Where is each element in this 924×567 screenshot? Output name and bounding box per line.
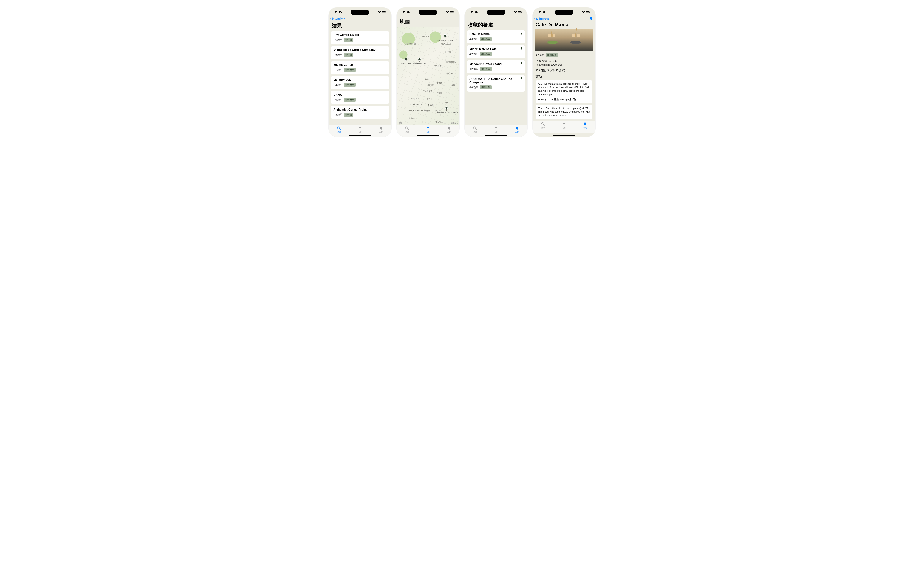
svg-rect-1: [382, 11, 385, 12]
saved-card[interactable]: Mandarin Coffee Stand4.2 顆星咖啡和茶: [467, 60, 525, 74]
detail-title: Cafe De Mama: [532, 22, 596, 29]
map-place-label: 弗農: [425, 78, 429, 81]
map-place-label: 林伍德: [428, 104, 434, 106]
result-name: Yeems Coffee: [333, 63, 387, 66]
status-time: 20:27: [335, 10, 342, 14]
chevron-left-icon: ‹: [330, 17, 332, 21]
dynamic-island: [487, 10, 505, 15]
home-indicator[interactable]: [349, 135, 371, 136]
result-card[interactable]: Alchemist Coffee Project4.3 顆星咖啡廳: [331, 106, 389, 119]
tab-label: 搜尋: [542, 127, 545, 129]
map-place-label: 亨廷顿帕克: [423, 90, 432, 92]
result-card[interactable]: Stereoscope Coffee Company4.3 顆星咖啡廳: [331, 46, 389, 59]
magnifying-glass-icon: [337, 126, 341, 130]
magnifying-glass-icon: [541, 122, 545, 126]
dynamic-island: [419, 10, 437, 15]
review-card[interactable]: "Cafe De Mama was a decent size store. I…: [536, 80, 592, 103]
review-card[interactable]: "Green Forest Mochi Latte (no espresso):…: [536, 105, 592, 119]
map-place-label: 萊克伍德: [435, 121, 443, 124]
result-name: Memorylook: [333, 78, 387, 81]
result-tag: 咖啡廳: [344, 52, 353, 57]
saved-rating: 4.6 顆星: [470, 38, 478, 41]
bookmark-icon[interactable]: [520, 63, 523, 66]
restaurant-photo[interactable]: [535, 29, 593, 51]
back-label: 收藏的餐廳: [536, 17, 550, 21]
saved-list[interactable]: Cafe De Mama4.6 顆星咖啡和茶Midori Matcha Cafe…: [465, 30, 527, 125]
bookmark-icon[interactable]: [520, 48, 523, 51]
tab-label: 地圖: [494, 131, 498, 134]
result-rating: 4.2 顆星: [333, 83, 342, 87]
result-tag: 咖啡和茶: [344, 82, 356, 87]
map-tab[interactable]: 地圖: [417, 125, 438, 135]
result-card[interactable]: Rny Coffee Studio4.5 顆星咖啡廳: [331, 31, 389, 44]
tab-label: 收藏: [583, 127, 586, 129]
phone-screen-map: 20:32 •••• 地圖 地圖 法律資訊 格兰岱尔格里斐斯公園南帕薩迪納阿罕布…: [397, 8, 459, 137]
saved-rating: 4.2 顆星: [470, 52, 478, 56]
result-card[interactable]: Memorylook4.2 顆星咖啡和茶: [331, 76, 389, 89]
cell-signal-icon: ••••: [374, 11, 377, 13]
result-rating: 4.3 顆星: [333, 53, 342, 57]
map-tab[interactable]: 地圖: [554, 121, 574, 130]
saved-card[interactable]: Midori Matcha Cafe4.2 顆星咖啡和茶: [467, 45, 525, 58]
map-pin[interactable]: Cafe De Mama: [404, 58, 407, 63]
status-indicators: ••••: [510, 11, 522, 13]
back-button[interactable]: ‹ 想去哪裡？: [330, 17, 346, 21]
result-rating: 4.7 顆星: [333, 68, 342, 72]
search-tab[interactable]: 搜尋: [328, 125, 350, 135]
saved-tab[interactable]: 收藏: [438, 125, 459, 135]
svg-point-12: [427, 127, 429, 128]
chevron-left-icon: ‹: [534, 17, 536, 21]
saved-rating: 4.2 顆星: [470, 68, 478, 71]
map-pin[interactable]: Midori Matcha Cafe: [418, 58, 421, 63]
map-tab[interactable]: 地圖: [350, 125, 370, 135]
back-button[interactable]: ‹ 收藏的餐廳: [534, 17, 550, 21]
phone-screen-results: 20:27 •••• ‹ 想去哪裡？ 結果 Rny Coffee Studio4…: [328, 8, 392, 137]
svg-rect-23: [590, 12, 590, 12]
map-pin-icon: [562, 122, 566, 126]
bookmark-icon[interactable]: [520, 33, 523, 36]
saved-card[interactable]: Cafe De Mama4.6 顆星咖啡和茶: [467, 30, 525, 44]
map-tab[interactable]: 地圖: [486, 125, 506, 135]
cell-signal-icon: ••••: [442, 11, 445, 13]
svg-line-11: [408, 129, 409, 130]
wifi-icon: [446, 11, 449, 13]
map-pin[interactable]: Mandarin Coffee Stand: [444, 34, 447, 39]
status-bar: 20:27 ••••: [328, 8, 392, 16]
result-card[interactable]: Yeems Coffee4.7 顆星咖啡和茶: [331, 61, 389, 74]
map-place-label: 蒙特里帕克: [447, 61, 456, 63]
bookmark-toggle[interactable]: [590, 17, 593, 21]
map-place-label: 貝爾園: [436, 92, 442, 94]
saved-name: Cafe De Mama: [470, 33, 523, 36]
map-pin[interactable]: SOULMATE - A Coffee and Tea Company: [445, 106, 448, 111]
review-attribution: — Andy T. (5.0 顆星, 2025年1月2日): [538, 98, 590, 101]
bookmark-icon[interactable]: [520, 77, 523, 81]
search-tab[interactable]: 搜尋: [397, 125, 417, 135]
reviews-heading: 評語: [536, 75, 592, 79]
saved-card[interactable]: SOULMATE - A Coffee and Tea Company4.6 顆…: [467, 75, 525, 92]
home-indicator[interactable]: [485, 135, 507, 136]
map-place-label: 蒙特貝洛: [447, 72, 454, 75]
result-tag: 咖啡廳: [344, 112, 353, 117]
pin-head-icon: [418, 58, 421, 61]
home-indicator[interactable]: [417, 135, 439, 136]
map-view[interactable]: 地圖 法律資訊 格兰岱尔格里斐斯公園南帕薩迪納阿罕布拉蒙特里帕克東洛杉磯蒙特貝洛…: [398, 27, 459, 125]
search-tab[interactable]: 搜尋: [532, 121, 554, 130]
status-bar: 20:32 ••••: [397, 8, 459, 16]
result-tag: 咖啡廳: [344, 38, 353, 42]
pin-label: Cafe De Mama: [400, 63, 411, 64]
saved-tab[interactable]: 收藏: [507, 125, 527, 135]
map-legal-link[interactable]: 法律資訊: [451, 122, 458, 124]
pin-label: Mandarin Coffee Stand: [437, 39, 453, 41]
saved-tab[interactable]: 收藏: [574, 121, 596, 130]
page-title: 收藏的餐廳: [465, 21, 527, 30]
home-indicator[interactable]: [553, 135, 575, 136]
svg-point-3: [338, 127, 340, 129]
results-list[interactable]: Rny Coffee Studio4.5 顆星咖啡廳Stereoscope Co…: [328, 31, 392, 125]
map-place-label: 南帕薩迪納: [441, 43, 451, 45]
result-card[interactable]: DAMO4.6 顆星咖啡和茶: [331, 91, 389, 104]
result-name: Rny Coffee Studio: [333, 33, 387, 37]
map-pin-icon: [426, 126, 430, 130]
search-tab[interactable]: 搜尋: [465, 125, 486, 135]
saved-tab[interactable]: 收藏: [370, 125, 392, 135]
result-tag: 咖啡和茶: [344, 68, 356, 72]
